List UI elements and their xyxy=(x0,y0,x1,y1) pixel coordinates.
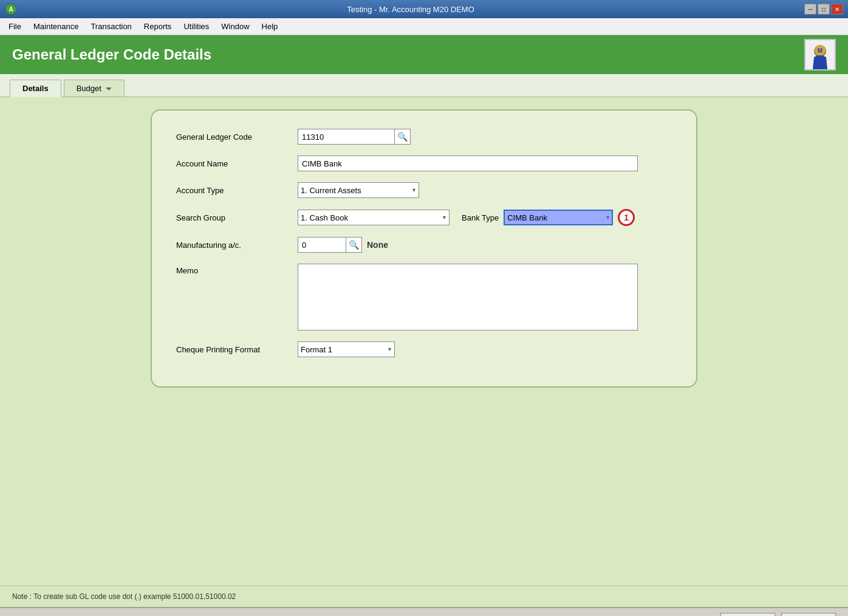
minimize-button[interactable]: ─ xyxy=(804,4,816,15)
note-bar: Note : To create sub GL code use dot (.)… xyxy=(0,586,848,607)
main-content: General Ledger Code 🔍 Account Name Accou… xyxy=(0,97,848,586)
svg-text:M: M xyxy=(818,47,822,54)
window-controls: ─ □ ✕ xyxy=(804,4,843,15)
account-name-label: Account Name xyxy=(176,159,298,168)
account-type-wrapper: 1. Current Assets 2. Fixed Assets 3. Cur… xyxy=(298,182,419,198)
account-type-row: Account Type 1. Current Assets 2. Fixed … xyxy=(176,182,672,198)
tab-budget-triangle xyxy=(106,87,112,91)
gl-code-search-button[interactable]: 🔍 xyxy=(395,129,411,145)
gl-code-input[interactable] xyxy=(298,129,395,145)
mfg-row: Manufacturing a/c. 🔍 None xyxy=(176,237,672,253)
gl-code-row: General Ledger Code 🔍 xyxy=(176,129,672,145)
search-icon-mfg: 🔍 xyxy=(349,240,359,250)
header-bar: General Ledger Code Details M xyxy=(0,35,848,74)
tab-budget[interactable]: Budget xyxy=(64,80,125,97)
mfg-search-button[interactable]: 🔍 xyxy=(346,237,362,253)
search-icon: 🔍 xyxy=(397,132,408,142)
account-type-select[interactable]: 1. Current Assets 2. Fixed Assets 3. Cur… xyxy=(298,182,419,198)
search-group-wrapper: 1. Cash Book 2. Bank 3. Receivable 4. Pa… xyxy=(298,210,450,225)
gl-code-label: General Ledger Code xyxy=(176,132,298,142)
bank-type-wrapper: Bank Type CIMB Bank Maybank Public Bank … xyxy=(462,209,635,226)
account-type-label: Account Type xyxy=(176,186,298,195)
menu-transaction[interactable]: Transaction xyxy=(84,19,137,33)
bank-type-select-wrapper: CIMB Bank Maybank Public Bank Hong Leong… xyxy=(504,210,613,225)
save-button[interactable]: Save xyxy=(720,613,775,616)
window-title: Testing - Mr. Accounting M20 DEMO xyxy=(17,5,804,14)
menu-window[interactable]: Window xyxy=(215,19,255,33)
tab-details[interactable]: Details xyxy=(10,80,61,97)
bottom-bar: Save Exit xyxy=(0,607,848,616)
svg-text:A: A xyxy=(9,6,13,13)
badge-number: 1 xyxy=(618,209,635,226)
page-title: General Ledger Code Details xyxy=(12,46,211,63)
menu-bar: File Maintenance Transaction Reports Uti… xyxy=(0,18,848,35)
search-group-label: Search Group xyxy=(176,213,298,222)
close-button[interactable]: ✕ xyxy=(831,4,843,15)
mfg-none-text: None xyxy=(367,240,388,250)
cheque-select-wrapper: Format 1 Format 2 Format 3 xyxy=(298,341,395,357)
bank-type-select[interactable]: CIMB Bank Maybank Public Bank Hong Leong… xyxy=(504,210,613,225)
menu-reports[interactable]: Reports xyxy=(138,19,178,33)
memo-label: Memo xyxy=(176,264,298,275)
menu-utilities[interactable]: Utilities xyxy=(177,19,215,33)
menu-maintenance[interactable]: Maintenance xyxy=(27,19,84,33)
bank-type-label: Bank Type xyxy=(462,213,499,222)
app-icon: A xyxy=(5,3,17,15)
account-name-input[interactable] xyxy=(298,156,638,171)
memo-textarea[interactable] xyxy=(298,264,638,330)
title-bar: A Testing - Mr. Accounting M20 DEMO ─ □ … xyxy=(0,0,848,18)
mfg-input[interactable] xyxy=(298,237,346,253)
cheque-select[interactable]: Format 1 Format 2 Format 3 xyxy=(298,341,395,357)
cheque-row: Cheque Printing Format Format 1 Format 2… xyxy=(176,341,672,357)
search-group-row: Search Group 1. Cash Book 2. Bank 3. Rec… xyxy=(176,209,672,226)
form-container: General Ledger Code 🔍 Account Name Accou… xyxy=(151,109,697,388)
tabs-container: Details Budget xyxy=(0,74,848,97)
account-name-row: Account Name xyxy=(176,156,672,171)
note-text: Note : To create sub GL code use dot (.)… xyxy=(12,592,236,601)
memo-row: Memo xyxy=(176,264,672,330)
cheque-label: Cheque Printing Format xyxy=(176,345,298,354)
search-group-select[interactable]: 1. Cash Book 2. Bank 3. Receivable 4. Pa… xyxy=(298,210,450,225)
menu-file[interactable]: File xyxy=(2,19,27,33)
header-icon: M xyxy=(804,39,836,70)
maximize-button[interactable]: □ xyxy=(818,4,830,15)
mfg-label: Manufacturing a/c. xyxy=(176,241,298,250)
exit-button[interactable]: Exit xyxy=(781,613,836,616)
menu-help[interactable]: Help xyxy=(256,19,284,33)
